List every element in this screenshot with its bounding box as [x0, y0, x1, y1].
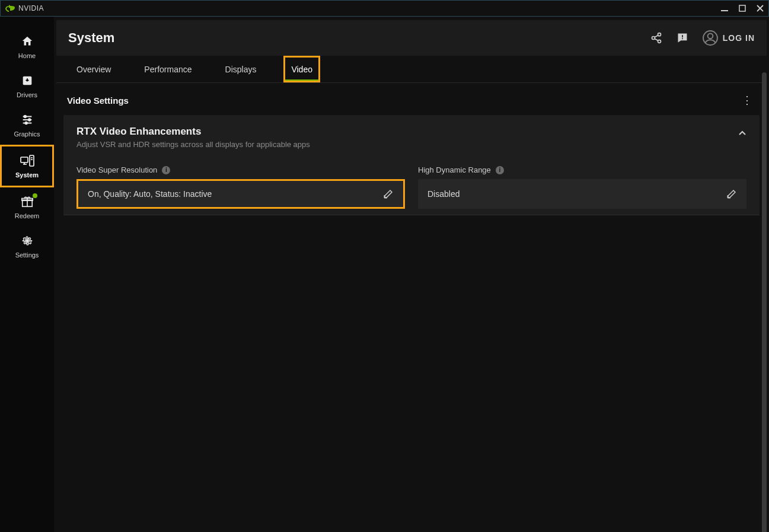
more-options-button[interactable]: ⋮ — [738, 94, 756, 107]
svg-point-5 — [25, 122, 27, 125]
sidebar-item-redeem[interactable]: Redeem — [0, 187, 54, 227]
sidebar-item-graphics[interactable]: Graphics — [0, 106, 54, 145]
share-button[interactable] — [650, 32, 662, 44]
svg-rect-14 — [682, 35, 683, 37]
svg-rect-6 — [21, 157, 28, 163]
tab-label: Displays — [225, 65, 257, 74]
hdr-field[interactable]: Disabled — [418, 179, 746, 209]
sidebar-item-label: System — [15, 171, 39, 179]
setting-value: Disabled — [427, 189, 460, 199]
sidebar-item-label: Graphics — [14, 130, 40, 138]
svg-point-12 — [652, 37, 655, 40]
login-button[interactable]: LOG IN — [703, 30, 755, 46]
tab-displays[interactable]: Displays — [219, 56, 263, 82]
home-icon — [20, 34, 34, 49]
tab-video[interactable]: Video — [283, 56, 320, 82]
maximize-button[interactable] — [739, 5, 746, 12]
page-header: System LOG IN — [56, 20, 767, 56]
section-title: Video Settings — [67, 95, 129, 106]
sidebar-item-label: Settings — [15, 251, 39, 259]
minimize-button[interactable] — [721, 5, 728, 12]
svg-point-11 — [658, 33, 660, 36]
titlebar-brand: NVIDIA — [18, 4, 44, 12]
gear-icon — [20, 234, 34, 248]
titlebar: NVIDIA — [0, 0, 769, 17]
nvidia-logo-icon — [5, 5, 15, 12]
tab-label: Overview — [76, 65, 111, 74]
sidebar-item-label: Home — [18, 52, 36, 59]
sidebar-item-settings[interactable]: Settings — [0, 227, 54, 266]
panel-header[interactable]: RTX Video Enhancements Adjust VSR and HD… — [63, 115, 760, 160]
svg-rect-1 — [739, 5, 745, 11]
setting-label: High Dynamic Range — [418, 165, 491, 174]
scrollbar-thumb[interactable] — [762, 72, 767, 532]
svg-rect-15 — [682, 38, 683, 39]
tab-label: Performance — [144, 65, 192, 74]
login-label: LOG IN — [723, 33, 755, 43]
sidebar: Home Drivers Graphics System Redeem Sett… — [0, 17, 54, 532]
svg-point-13 — [658, 40, 660, 43]
notification-button[interactable] — [677, 32, 688, 44]
tab-label: Video — [291, 65, 312, 74]
svg-rect-7 — [30, 155, 34, 166]
svg-rect-0 — [721, 10, 728, 11]
info-icon[interactable]: i — [162, 166, 170, 174]
setting-label: Video Super Resolution — [76, 165, 157, 174]
tabs: Overview Performance Displays Video — [56, 56, 767, 83]
panel-subtitle: Adjust VSR and HDR settings across all d… — [76, 140, 310, 149]
sidebar-item-system[interactable]: System — [0, 145, 54, 187]
svg-point-3 — [24, 116, 26, 118]
tab-overview[interactable]: Overview — [71, 56, 117, 82]
rtx-panel: RTX Video Enhancements Adjust VSR and HD… — [63, 115, 760, 215]
user-icon — [703, 30, 718, 46]
sidebar-item-drivers[interactable]: Drivers — [0, 66, 54, 106]
sidebar-item-label: Redeem — [15, 212, 40, 219]
setting-value: On, Quality: Auto, Status: Inactive — [88, 189, 212, 199]
close-button[interactable] — [757, 5, 764, 12]
scrollbar[interactable] — [762, 72, 767, 532]
info-icon[interactable]: i — [496, 166, 504, 174]
svg-point-4 — [28, 119, 30, 121]
svg-point-10 — [25, 239, 29, 243]
setting-vsr: Video Super Resolution i On, Quality: Au… — [76, 160, 405, 209]
vsr-field[interactable]: On, Quality: Auto, Status: Inactive — [76, 179, 405, 209]
gift-icon — [20, 195, 34, 209]
sliders-icon — [20, 113, 34, 127]
svg-point-17 — [707, 33, 713, 39]
system-icon — [20, 154, 34, 168]
chevron-up-icon — [738, 126, 746, 138]
edit-icon — [726, 189, 737, 199]
setting-hdr: High Dynamic Range i Disabled — [418, 160, 746, 209]
panel-title: RTX Video Enhancements — [76, 126, 310, 138]
sidebar-item-label: Drivers — [17, 91, 37, 98]
tab-performance[interactable]: Performance — [138, 56, 197, 82]
download-icon — [20, 74, 34, 88]
notification-dot-icon — [33, 193, 37, 198]
page-title: System — [68, 30, 114, 46]
sidebar-item-home[interactable]: Home — [0, 27, 54, 66]
edit-icon — [383, 189, 394, 199]
